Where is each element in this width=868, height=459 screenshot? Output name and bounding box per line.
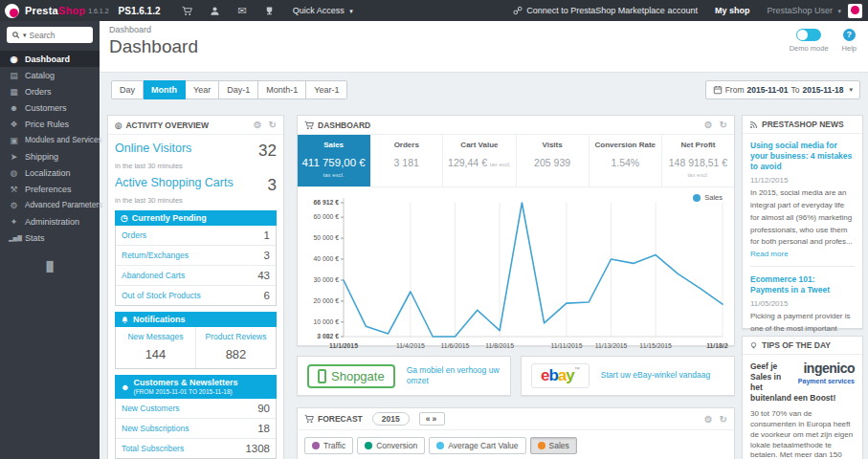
dashboard-panel: DASHBOARD ⚙↻ Sales411 759,00 € tax excl.… bbox=[297, 115, 735, 346]
bell-icon bbox=[121, 316, 129, 324]
stats-icon: ▂▅▇ bbox=[9, 234, 19, 241]
sidebar-search[interactable]: ▾ bbox=[7, 27, 93, 43]
messages-icon[interactable]: ✉ bbox=[237, 5, 246, 17]
cart-icon[interactable] bbox=[182, 6, 192, 16]
forecast-traffic-toggle[interactable]: Traffic bbox=[304, 437, 353, 454]
ebay-link[interactable]: Start uw eBay-winkel vandaag bbox=[601, 370, 710, 381]
lightbulb-icon bbox=[749, 341, 758, 350]
sales-line-chart: 66 912 €60 000 €50 000 €40 000 €30 000 €… bbox=[303, 189, 728, 354]
abandoned-carts-row[interactable]: Abandoned Carts43 bbox=[116, 265, 276, 285]
online-visitors-link[interactable]: Online Visitors bbox=[115, 142, 191, 155]
svg-text:11/8/2015: 11/8/2015 bbox=[485, 342, 514, 349]
forecast-cart-value-toggle[interactable]: Average Cart Value bbox=[429, 437, 525, 454]
svg-text:30 000 €: 30 000 € bbox=[314, 276, 340, 283]
sidebar-item-dashboard[interactable]: ◉Dashboard bbox=[0, 51, 100, 67]
kpi-net-profit[interactable]: Net Profit148 918,51 € tax excl. bbox=[662, 135, 734, 186]
sidebar-item-localization[interactable]: ◍Localization bbox=[0, 164, 100, 181]
forecast-conversion-toggle[interactable]: Conversion bbox=[357, 437, 425, 454]
total-subscribers-row[interactable]: Total Subscribers1308 bbox=[116, 438, 276, 458]
user-menu[interactable]: PrestaShop User ▾ bbox=[767, 6, 841, 15]
forecast-sales-toggle[interactable]: Sales bbox=[530, 437, 577, 454]
demo-mode-toggle[interactable] bbox=[796, 29, 821, 41]
help-control[interactable]: ? Help bbox=[842, 29, 857, 53]
svg-text:11/18/2015: 11/18/2015 bbox=[706, 342, 728, 349]
kpi-orders[interactable]: Orders3 181 bbox=[370, 135, 443, 186]
my-shop-link[interactable]: My shop bbox=[715, 6, 750, 15]
brand-shop: Shop bbox=[58, 5, 85, 16]
shopgate-logo[interactable]: Shopgate bbox=[307, 364, 395, 388]
breadcrumb[interactable]: Dashboard bbox=[100, 21, 868, 34]
ebay-logo[interactable]: ebay™ bbox=[531, 363, 590, 388]
kpi-cart-value[interactable]: Cart Value129,44 € tax excl. bbox=[443, 135, 516, 186]
price-rules-icon: ❖ bbox=[9, 120, 19, 129]
sidebar-item-orders[interactable]: ▦Orders bbox=[0, 83, 100, 99]
panel-refresh-icon[interactable]: ↻ bbox=[720, 414, 727, 425]
date-range-toolbar: Day Month Year Day-1 Month-1 Year-1 bbox=[111, 80, 347, 99]
notifications-header: Notifications bbox=[115, 312, 277, 327]
sidebar-item-catalog[interactable]: ▤Catalog bbox=[0, 67, 100, 83]
tips-panel-title: TIPS OF THE DAY bbox=[762, 340, 831, 350]
range-year-button[interactable]: Year bbox=[186, 80, 219, 99]
news-article-title[interactable]: Using social media for your business: 4 … bbox=[750, 141, 855, 172]
sidebar-item-shipping[interactable]: ➤Shipping bbox=[0, 148, 100, 164]
help-icon[interactable]: ? bbox=[843, 29, 856, 41]
sidebar-collapse-toggle[interactable]: ▐▌ bbox=[0, 261, 100, 272]
range-year-1-button[interactable]: Year-1 bbox=[306, 80, 347, 99]
kpi-sales[interactable]: Sales411 759,00 € tax excl. bbox=[298, 135, 370, 186]
svg-text:20 000 €: 20 000 € bbox=[314, 297, 340, 304]
panel-settings-icon[interactable]: ⚙ bbox=[704, 120, 713, 130]
new-messages-cell[interactable]: New Messages144 bbox=[116, 327, 195, 368]
localization-icon: ◍ bbox=[9, 168, 19, 178]
sidebar-item-price-rules[interactable]: ❖Price Rules bbox=[0, 116, 100, 132]
search-scope-caret[interactable]: ▾ bbox=[23, 32, 27, 39]
quick-access-menu[interactable]: Quick Access ▾ bbox=[293, 6, 353, 15]
panel-refresh-icon[interactable]: ↻ bbox=[269, 120, 277, 130]
marketplace-link[interactable]: Connect to PrestaShop Marketplace accoun… bbox=[513, 6, 698, 15]
sidebar-item-preferences[interactable]: ⚒Preferences bbox=[0, 181, 100, 197]
kpi-visits[interactable]: Visits205 939 bbox=[517, 135, 590, 186]
range-day-button[interactable]: Day bbox=[111, 80, 144, 99]
forecast-panel: FORECAST 2015 «» ⚙↻ Traffic Conversion A… bbox=[297, 407, 735, 459]
date-range-picker[interactable]: From 2015-11-01 To 2015-11-18 ▾ bbox=[705, 80, 860, 99]
administration-icon: ✦ bbox=[9, 217, 19, 227]
sidebar-item-stats[interactable]: ▂▅▇Stats bbox=[0, 230, 100, 246]
range-month-button[interactable]: Month bbox=[144, 80, 186, 99]
orders-icon: ▦ bbox=[9, 87, 19, 97]
svg-text:3 082 €: 3 082 € bbox=[317, 333, 339, 339]
svg-text:10 000 €: 10 000 € bbox=[314, 318, 340, 325]
product-reviews-cell[interactable]: Product Reviews882 bbox=[195, 327, 276, 368]
shopgate-link[interactable]: Ga mobiel en verhoog uw omzet bbox=[407, 365, 501, 386]
read-more-link[interactable]: Read more bbox=[750, 250, 789, 258]
next-year-icon[interactable]: » bbox=[432, 414, 438, 424]
sidebar-item-advanced-parameters[interactable]: ⚙Advanced Parameters bbox=[0, 197, 100, 213]
ingenico-logo[interactable]: ingenicoPayment services bbox=[791, 361, 855, 385]
range-month-1-button[interactable]: Month-1 bbox=[258, 80, 306, 99]
forecast-cart-icon bbox=[304, 414, 314, 424]
new-customers-row[interactable]: New Customers90 bbox=[116, 399, 276, 418]
new-subscriptions-row[interactable]: New Subscriptions18 bbox=[116, 418, 276, 438]
chart-legend: Sales bbox=[693, 193, 723, 202]
sidebar-item-modules[interactable]: ▣Modules and Services bbox=[0, 132, 100, 148]
search-icon bbox=[11, 31, 20, 39]
demo-mode-control[interactable]: Demo mode bbox=[790, 29, 829, 53]
kpi-conversion-rate[interactable]: Conversion Rate1.54% bbox=[590, 135, 662, 186]
user-icon[interactable] bbox=[210, 6, 220, 16]
panel-refresh-icon[interactable]: ↻ bbox=[720, 120, 727, 130]
panel-settings-icon[interactable]: ⚙ bbox=[704, 414, 713, 425]
search-input[interactable] bbox=[30, 31, 78, 40]
forecast-nav[interactable]: «» bbox=[419, 412, 445, 426]
out-of-stock-row[interactable]: Out of Stock Products6 bbox=[116, 285, 276, 305]
pending-returns-row[interactable]: Return/Exchanges3 bbox=[116, 245, 276, 265]
clock-icon: ◷ bbox=[121, 213, 128, 223]
trophy-icon[interactable] bbox=[264, 6, 275, 16]
sidebar-item-administration[interactable]: ✦Administration bbox=[0, 213, 100, 230]
user-avatar[interactable] bbox=[848, 4, 862, 18]
news-article-title[interactable]: Ecommerce 101: Payments in a Tweet bbox=[750, 274, 855, 295]
range-day-1-button[interactable]: Day-1 bbox=[219, 80, 258, 99]
brand-presta: Presta bbox=[25, 5, 58, 16]
active-carts-link[interactable]: Active Shopping Carts bbox=[115, 176, 234, 189]
sidebar-item-customers[interactable]: ☻Customers bbox=[0, 99, 100, 116]
pending-orders-row[interactable]: Orders1 bbox=[116, 226, 276, 245]
panel-settings-icon[interactable]: ⚙ bbox=[254, 120, 262, 130]
forecast-year[interactable]: 2015 bbox=[372, 412, 410, 426]
